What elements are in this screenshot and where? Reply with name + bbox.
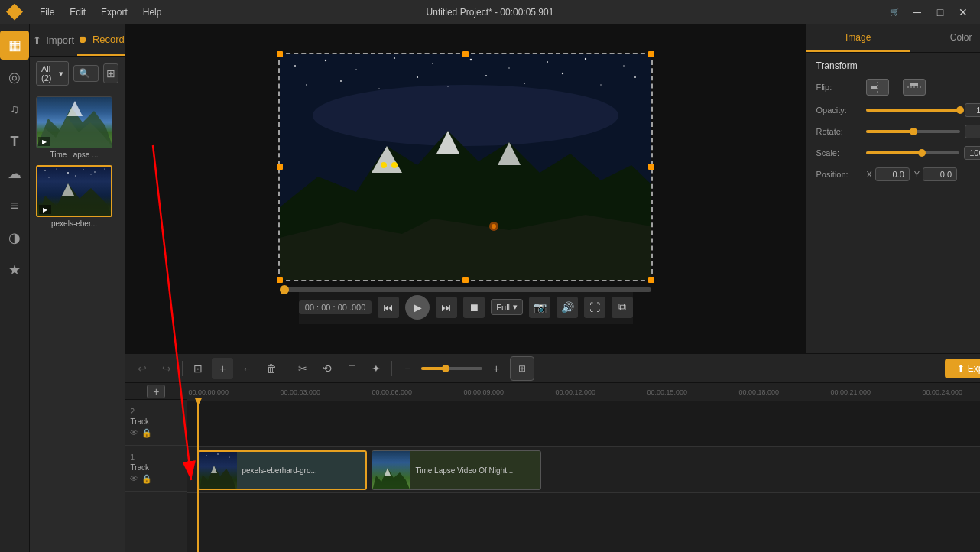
eye-icon[interactable]: 👁 (130, 428, 138, 438)
quality-selector[interactable]: Full ▾ (491, 299, 523, 315)
preview-frame-container: 00 : 00 : 00 .000 ⏮ ▶ ⏭ ⏹ Full ▾ 📷 🔊 ⛶ (280, 54, 651, 324)
play-button[interactable]: ▶ (405, 295, 430, 320)
scale-slider[interactable] (866, 151, 959, 154)
zoom-thumb[interactable] (442, 365, 449, 372)
zoom-in-button[interactable]: + (485, 358, 507, 379)
more-options-button[interactable]: ⊞ (510, 356, 534, 381)
tab-record[interactable]: ⏺ Record (77, 24, 125, 56)
track-2-row[interactable] (187, 401, 980, 447)
scale-thumb[interactable] (918, 149, 926, 157)
timeline-area: ↩ ↪ ⊡ + ← 🗑 ✂ ⟲ □ ✦ − + (125, 353, 980, 552)
search-box: 🔍 (73, 65, 99, 82)
list-item[interactable]: ▶ Time Lapse ... (36, 96, 112, 159)
preview-controls: 00 : 00 : 00 .000 ⏮ ▶ ⏭ ⏹ Full ▾ 📷 🔊 ⛶ (299, 292, 633, 324)
handle-bottom-right[interactable] (648, 277, 654, 283)
preview-progress-bar[interactable] (280, 287, 651, 292)
volume-button[interactable]: 🔊 (557, 297, 578, 318)
delete-button[interactable]: 🗑 (261, 358, 282, 379)
scale-fill (866, 151, 922, 154)
sidebar-item-audio[interactable]: ♫ (0, 95, 29, 124)
preview-video-frame[interactable] (280, 54, 651, 280)
titlebar: File Edit Export Help Untitled Project* … (0, 0, 980, 24)
x-value[interactable]: 0.0 (875, 167, 910, 181)
undo-button[interactable]: ↩ (131, 358, 153, 379)
handle-bottom-center[interactable] (462, 277, 469, 283)
track-1-row[interactable]: pexels-eberhard-gro... (187, 447, 980, 493)
opacity-slider[interactable] (866, 109, 960, 112)
export-label: Export (968, 363, 980, 374)
track-clip[interactable]: Time Lapse Video Of Night... (372, 450, 541, 490)
redo-button[interactable]: ↪ (156, 358, 177, 379)
rotate-handle-left[interactable] (381, 162, 387, 168)
rotate-row: Rotate: 0° (816, 125, 980, 138)
opacity-thumb[interactable] (956, 106, 964, 114)
menu-help[interactable]: Help (135, 4, 170, 21)
menu-edit[interactable]: Edit (62, 4, 93, 21)
handle-top-center[interactable] (462, 51, 469, 57)
sidebar-item-transitions[interactable]: ≡ (0, 191, 29, 220)
zoom-slider[interactable] (421, 367, 482, 370)
flip-horizontal-button[interactable] (866, 79, 889, 96)
flip-vertical-button[interactable] (903, 79, 926, 96)
timeline-cursor[interactable] (197, 401, 199, 552)
tab-import[interactable]: ⬆ Import (30, 24, 77, 56)
sidebar-icons: ▦ ◎ ♫ T ☁ ≡ ◑ ★ (0, 24, 30, 552)
scale-value: 100.0% (964, 146, 980, 160)
menu-export[interactable]: Export (93, 4, 135, 21)
move-button[interactable]: ← (236, 358, 258, 379)
skip-back-button[interactable]: ⏮ (378, 297, 399, 318)
crop-button[interactable]: □ (341, 358, 362, 379)
add-track-button[interactable]: + (147, 385, 165, 398)
rotate-thumb[interactable] (910, 128, 917, 135)
sidebar-item-color[interactable]: ◑ (0, 223, 29, 252)
y-value[interactable]: 0.0 (923, 167, 957, 181)
close-btn[interactable]: ✕ (952, 4, 974, 21)
sidebar-item-media[interactable]: ▦ (0, 31, 29, 60)
tab-color[interactable]: Color (910, 24, 980, 52)
skip-forward-button[interactable]: ⏭ (436, 297, 457, 318)
sidebar-item-overlays[interactable]: ☁ (0, 159, 29, 188)
stop-button[interactable]: ⏹ (463, 297, 485, 318)
marker-button[interactable]: ✦ (365, 358, 387, 379)
progress-thumb[interactable] (280, 285, 289, 294)
add-button[interactable]: + (212, 358, 233, 379)
tracks-rows-area: pexels-eberhard-gro... (187, 401, 980, 552)
y-label: Y (914, 170, 920, 179)
export-button[interactable]: ⬆ Export (945, 359, 980, 378)
position-row: Position: X 0.0 Y 0.0 (816, 167, 980, 181)
sidebar-item-text[interactable]: T (0, 127, 29, 156)
list-item[interactable]: ▶ pexels-eber... (36, 165, 112, 228)
position-y-input: Y 0.0 (914, 167, 957, 181)
zoom-out-button[interactable]: − (397, 358, 418, 379)
rotate-slider[interactable] (866, 130, 960, 133)
sidebar-item-effects[interactable]: ◎ (0, 63, 29, 92)
handle-middle-left[interactable] (277, 164, 283, 170)
filter-dropdown[interactable]: All (2) ▾ (36, 61, 69, 86)
handle-middle-right[interactable] (648, 164, 654, 170)
screenshot-button[interactable]: 📷 (529, 297, 550, 318)
grid-view-button[interactable]: ⊞ (103, 63, 118, 83)
eye-icon[interactable]: 👁 (130, 474, 138, 484)
minimize-btn[interactable]: ─ (907, 4, 928, 21)
svg-point-23 (585, 57, 586, 59)
track-clip[interactable]: pexels-eberhard-gro... (197, 450, 367, 490)
favorites-icon: ★ (8, 261, 21, 278)
cut-button[interactable]: ✂ (292, 358, 313, 379)
lock-icon[interactable]: 🔒 (141, 474, 152, 484)
handle-top-left[interactable] (277, 51, 283, 57)
pip-button[interactable]: ⧉ (612, 297, 633, 318)
lock-icon[interactable]: 🔒 (141, 428, 152, 438)
rotate-handle-right[interactable] (391, 162, 398, 168)
ruler-mark: 00:00:06.000 (370, 388, 462, 396)
tab-image[interactable]: Image (806, 24, 910, 52)
svg-point-24 (624, 65, 625, 67)
add-clip-button[interactable]: ⊡ (187, 358, 209, 379)
handle-top-right[interactable] (648, 51, 654, 57)
handle-bottom-left[interactable] (277, 277, 283, 283)
undo2-button[interactable]: ⟲ (316, 358, 338, 379)
menu-file[interactable]: File (32, 4, 62, 21)
sidebar-item-favorites[interactable]: ★ (0, 255, 29, 284)
fullscreen-button[interactable]: ⛶ (584, 297, 605, 318)
cart-icon[interactable]: 🛒 (884, 4, 905, 21)
maximize-btn[interactable]: □ (930, 4, 951, 21)
